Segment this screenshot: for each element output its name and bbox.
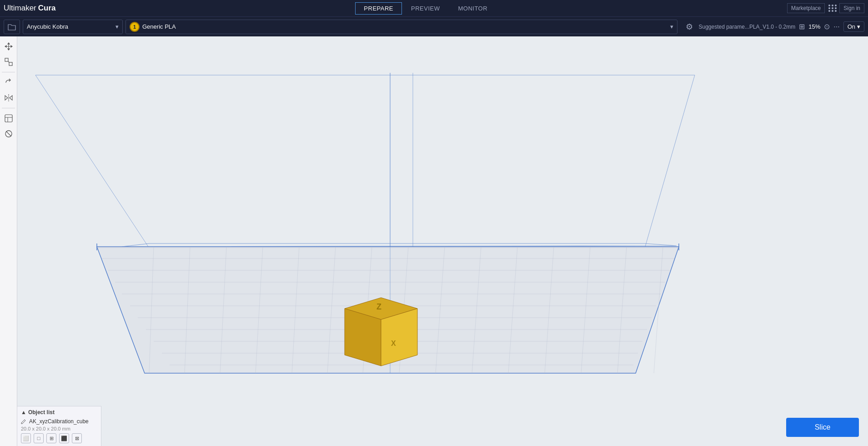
svg-rect-6 (5, 115, 12, 122)
marketplace-button[interactable]: Marketplace (787, 3, 825, 13)
tool-divider-2 (2, 108, 15, 108)
support-icon (5, 130, 13, 138)
brand-name-part2: Cura (38, 4, 56, 13)
open-file-button[interactable] (4, 20, 20, 34)
printer-name: Anycubic Kobra (27, 23, 68, 30)
svg-line-10 (6, 132, 11, 137)
grid-apps-icon[interactable] (828, 5, 836, 12)
object-name: AK_xyzCalibration_cube (29, 418, 89, 425)
svg-rect-1 (9, 62, 12, 66)
undo-icon (5, 78, 13, 86)
object-dimensions: 20.0 x 20.0 x 20.0 mm (21, 426, 97, 431)
settings-area: ⚙ Suggested parame...PLA_V1.0 - 0.2mm ⊞ … (684, 20, 864, 34)
svg-marker-4 (5, 96, 8, 100)
edit-pencil-icon (21, 419, 26, 424)
undo-button[interactable] (2, 76, 15, 89)
svg-line-2 (8, 61, 9, 62)
object-action-1[interactable]: ⬜ (21, 433, 31, 443)
infill-percent[interactable]: 15% (808, 23, 820, 30)
support-blocker-button[interactable] (2, 127, 15, 140)
object-list-panel: ▲ Object list AK_xyzCalibration_cube 20.… (17, 406, 101, 446)
object-action-2[interactable]: □ (34, 433, 44, 443)
object-action-3[interactable]: ⊞ (46, 433, 56, 443)
svg-text:Z: Z (376, 302, 381, 311)
on-toggle-chevron: ▾ (857, 23, 860, 30)
mirror-icon (5, 94, 13, 102)
object-action-buttons: ⬜ □ ⊞ ⬛ ⊠ (21, 433, 97, 443)
per-model-settings-button[interactable] (2, 112, 15, 125)
object-action-5[interactable]: ⊠ (72, 433, 82, 443)
folder-icon (8, 23, 16, 30)
monitor-icon[interactable]: ⊞ (799, 22, 805, 31)
signin-button[interactable]: Sign in (839, 3, 864, 13)
3d-viewport[interactable]: Z X ▲ Object list AK_xyzCalibration_cube… (17, 36, 868, 446)
svg-marker-50 (97, 247, 679, 248)
profile-text: Suggested parame...PLA_V1.0 - 0.2mm (698, 24, 795, 30)
scale-tool-button[interactable] (2, 56, 15, 68)
svg-text:X: X (391, 340, 396, 347)
printer-chevron-icon: ▾ (115, 23, 119, 30)
top-navbar: Ultimaker Cura PREPARE PREVIEW MONITOR M… (0, 0, 868, 16)
printer-selector[interactable]: Anycubic Kobra ▾ (23, 20, 123, 34)
tab-preview[interactable]: PREVIEW (402, 2, 449, 15)
brand-logo: Ultimaker Cura (4, 4, 56, 13)
tab-prepare[interactable]: PREPARE (355, 2, 402, 15)
object-list-header[interactable]: ▲ Object list (21, 409, 97, 416)
main-area: Z X ▲ Object list AK_xyzCalibration_cube… (0, 36, 868, 446)
on-toggle-button[interactable]: On ▾ (843, 21, 864, 32)
nav-right: Marketplace Sign in (787, 3, 864, 13)
nav-tabs: PREPARE PREVIEW MONITOR (65, 2, 787, 15)
brand-name-part1: Ultimaker (4, 4, 36, 13)
left-toolbar (0, 36, 17, 446)
object-action-4[interactable]: ⬛ (59, 433, 69, 443)
scale-icon (5, 58, 13, 66)
svg-rect-0 (5, 58, 8, 61)
object-list-item: AK_xyzCalibration_cube (21, 417, 97, 426)
print-bed-svg: Z X (17, 36, 868, 446)
more-options-icon[interactable]: ··· (833, 23, 839, 31)
svg-marker-5 (10, 96, 12, 100)
settings-sliders-icon[interactable]: ⚙ (684, 20, 695, 34)
chevron-down-icon: ▲ (21, 409, 26, 416)
material-selector[interactable]: 1 Generic PLA ▾ (125, 20, 677, 34)
move-tool-button[interactable] (2, 40, 15, 53)
sync-icon[interactable]: ⊙ (824, 22, 830, 31)
mirror-tool-button[interactable] (2, 91, 15, 104)
per-model-icon (5, 114, 13, 122)
move-icon (5, 42, 13, 51)
material-name: Generic PLA (142, 23, 176, 30)
slice-button[interactable]: Slice (786, 418, 859, 437)
material-chevron-icon: ▾ (670, 23, 673, 30)
tab-monitor[interactable]: MONITOR (449, 2, 497, 15)
tool-divider (2, 72, 15, 72)
toolbar: Anycubic Kobra ▾ 1 Generic PLA ▾ ⚙ Sugge… (0, 16, 868, 36)
material-icon: 1 (130, 22, 140, 32)
